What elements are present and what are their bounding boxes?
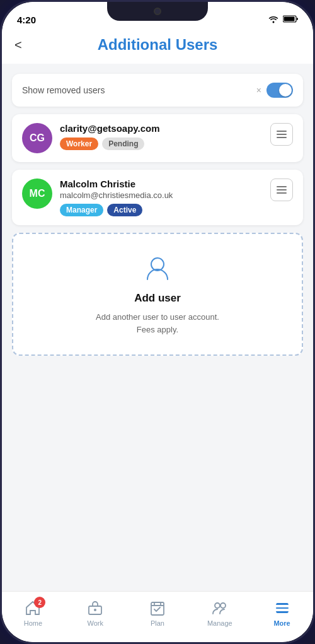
nav-item-more[interactable]: More — [263, 597, 301, 629]
menu-button-0[interactable] — [270, 123, 293, 146]
toggle-label: Show removed users — [22, 85, 105, 95]
menu-lines-1 — [277, 186, 287, 194]
nav-label-more: More — [273, 619, 290, 627]
badge-worker-0: Worker — [60, 138, 98, 150]
phone-screen: 4:20 < — [2, 2, 313, 642]
bottom-nav: 2 Home Work — [2, 591, 313, 642]
home-badge: 2 — [34, 597, 45, 608]
add-user-desc: Add another user to user account.Fees ap… — [96, 311, 219, 336]
user-badges-1: Manager Active — [60, 204, 263, 216]
svg-point-4 — [94, 609, 96, 611]
phone-frame: 4:20 < — [0, 0, 315, 644]
add-user-icon — [142, 253, 173, 286]
badge-manager-1: Manager — [60, 204, 103, 216]
camera — [154, 8, 161, 15]
back-button[interactable]: < — [14, 38, 22, 52]
battery-icon — [283, 15, 298, 25]
user-info-0: clarity@getsoapy.com Worker Pending — [60, 123, 263, 150]
nav-item-work[interactable]: Work — [76, 597, 114, 629]
add-user-title: Add user — [134, 292, 181, 305]
user-name-1: Malcolm Christie — [60, 179, 263, 189]
wifi-icon — [268, 15, 279, 25]
user-info-1: Malcolm Christie malcolm@christiesmedia.… — [60, 179, 263, 216]
svg-rect-9 — [277, 607, 288, 609]
avatar-initials-0: CG — [30, 132, 45, 144]
nav-item-home[interactable]: 2 Home — [14, 597, 52, 629]
svg-point-7 — [220, 603, 226, 608]
avatar-1: MC — [22, 179, 52, 209]
toggle-clear-icon[interactable]: × — [256, 85, 261, 95]
svg-rect-5 — [151, 602, 164, 615]
svg-point-6 — [215, 603, 220, 608]
manage-icon — [211, 599, 229, 617]
nav-label-work: Work — [87, 619, 103, 627]
user-email-1: malcolm@christiesmedia.co.uk — [60, 190, 263, 200]
nav-item-manage[interactable]: Manage — [201, 597, 239, 629]
page-title: Additional Users — [98, 36, 218, 54]
user-card-1: MC Malcolm Christie malcolm@christiesmed… — [12, 170, 303, 225]
svg-rect-10 — [277, 612, 288, 613]
badge-active-1: Active — [107, 204, 142, 216]
content: Show removed users × CG clarity@getsoapy… — [2, 64, 313, 591]
toggle-right: × — [256, 83, 293, 98]
nav-label-manage: Manage — [207, 619, 232, 627]
menu-button-1[interactable] — [270, 179, 293, 201]
nav-item-plan[interactable]: Plan — [139, 597, 176, 629]
avatar-initials-1: MC — [30, 188, 45, 199]
status-time: 4:20 — [17, 15, 36, 25]
avatar-0: CG — [22, 123, 52, 153]
user-card-0: CG clarity@getsoapy.com Worker Pending — [12, 114, 303, 162]
badge-pending-0: Pending — [102, 138, 144, 150]
add-user-card[interactable]: Add user Add another user to user accoun… — [12, 233, 303, 356]
nav-label-home: Home — [24, 619, 42, 627]
header: < Additional Users — [2, 30, 313, 64]
notch — [107, 2, 208, 21]
user-email-0: clarity@getsoapy.com — [60, 123, 263, 134]
status-icons — [268, 15, 298, 25]
plan-icon — [149, 599, 166, 617]
user-badges-0: Worker Pending — [60, 138, 263, 150]
more-icon — [273, 599, 291, 617]
toggle-switch[interactable] — [266, 83, 293, 98]
home-icon: 2 — [24, 599, 42, 617]
svg-rect-1 — [284, 17, 295, 21]
toggle-row: Show removed users × — [12, 74, 303, 107]
svg-rect-8 — [277, 603, 288, 604]
work-icon — [86, 599, 104, 617]
menu-lines-0 — [277, 131, 287, 138]
toggle-thumb — [279, 84, 292, 97]
nav-label-plan: Plan — [151, 619, 164, 627]
